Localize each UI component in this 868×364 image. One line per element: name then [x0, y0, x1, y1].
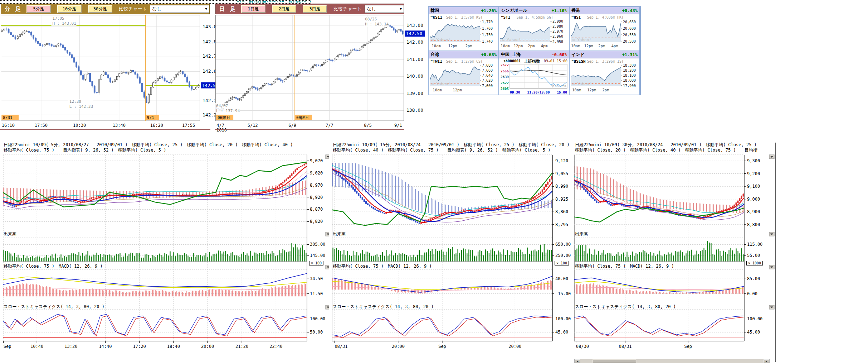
svg-text:4pm: 4pm [541, 44, 548, 48]
svg-text:2639: 2639 [501, 75, 509, 79]
svg-text:9,070: 9,070 [310, 158, 323, 163]
market-cell-india[interactable]: インド+1.31% ^BSESN Sep 1, 3:29pm IST © Yah… [569, 51, 640, 95]
window-edge [775, 143, 776, 362]
svg-text:15:00: 15:00 [557, 90, 567, 94]
svg-text:55.00: 55.00 [747, 253, 760, 258]
svg-text:10am: 10am [501, 44, 509, 48]
svg-text:141.00: 141.00 [406, 57, 423, 62]
minute-chart-plot[interactable]: 143.00142.87142.75142.62142.37142.258/31… [1, 14, 231, 134]
svg-text:10am: 10am [432, 44, 441, 48]
market-cell-korea[interactable]: 韓国+1.26% ^KS11 Sep 1, 2:57pm KST © Yahoo… [428, 7, 499, 51]
market-sparkline: © Yahoo!2,9902,9802,9702,9602,95010am12p… [500, 20, 568, 51]
svg-text:100.00: 100.00 [310, 316, 325, 321]
svg-text:2672: 2672 [501, 63, 509, 67]
panel-title-line2: 移動平均( Close, 20 ) 移動平均( Close, 40 ) 移動平均… [575, 147, 757, 153]
market-symbol: ^TWII [430, 59, 442, 64]
svg-text:8,900: 8,900 [747, 209, 760, 214]
svg-text:8,990: 8,990 [555, 184, 568, 189]
svg-text:145.00: 145.00 [310, 253, 325, 258]
svg-text:1,770: 1,770 [482, 20, 493, 24]
panel-chart-5min[interactable]: 9,0709,0208,9708,9208,8708,820305.00145.… [3, 154, 329, 355]
timeframe-button-1day[interactable]: 1日足 [241, 5, 265, 13]
market-symbol: ^BSESN [571, 59, 586, 64]
timeframe-button-10min[interactable]: 10分足 [57, 5, 82, 13]
market-change-percent: +1.10% [552, 8, 567, 13]
svg-text:© Yahoo!: © Yahoo! [572, 38, 591, 42]
timeframe-button-5min[interactable]: 5分足 [26, 5, 51, 13]
svg-text:H : 143.14: H : 143.14 [365, 22, 389, 27]
svg-text:20:00: 20:00 [201, 344, 214, 349]
svg-text:100.00: 100.00 [747, 316, 762, 321]
svg-text:2pm: 2pm [465, 44, 472, 48]
svg-text:17:05: 17:05 [53, 16, 64, 21]
market-cell-hongkong[interactable]: 香港+0.43% ^HSI Sep 1, 4:00pm HKT © Yahoo!… [569, 7, 640, 51]
svg-text:© Yahoo!: © Yahoo! [431, 82, 450, 86]
daily-chart-title: 日 足 [219, 6, 235, 13]
market-cell-singapore[interactable]: シンガポール+1.10% ^STI Sep 1, 4:59pm SGT © Ya… [499, 7, 569, 51]
compare-chart-select[interactable]: なし ▼ [365, 5, 404, 13]
svg-text:08/25: 08/25 [365, 17, 377, 21]
panel-chart-15min[interactable]: 9,1209,0558,9908,9258,8608,795650.00250.… [332, 154, 572, 355]
svg-text:115.00: 115.00 [747, 242, 762, 247]
market-timestamp: 09-01 15:00 [544, 59, 567, 63]
svg-text:06限月: 06限月 [218, 115, 230, 120]
market-cell-taiwan[interactable]: 台湾+0.68% ^TWII Sep 1, 1:27pm CST © Yahoo… [428, 51, 499, 95]
timeframe-button-2day[interactable]: 2日足 [272, 5, 296, 13]
scroll-right-arrow-icon[interactable]: ▶ [764, 359, 769, 363]
market-sparkline: © Yahoo!7,6807,6607,6407,6207,60010am12p… [430, 64, 498, 95]
market-change-percent: +1.31% [622, 52, 638, 57]
svg-text:12:30: 12:30 [69, 99, 81, 104]
market-symbol: ^KS11 [430, 15, 442, 20]
svg-text:34.50: 34.50 [310, 276, 323, 281]
market-name: インド [571, 52, 585, 58]
svg-text:4pm: 4pm [611, 44, 618, 48]
svg-text:8,920: 8,920 [310, 195, 323, 200]
market-change-percent: +1.26% [481, 8, 497, 13]
market-cell-shanghai[interactable]: 中国 上海-0.60% sh000001 上証指数 09-01 15:00 26… [499, 51, 569, 95]
svg-text:12pm: 12pm [448, 44, 457, 48]
svg-text:08/31: 08/31 [619, 344, 632, 349]
svg-text:© Yahoo!: © Yahoo! [572, 82, 591, 86]
world-markets-grid: 韓国+1.26% ^KS11 Sep 1, 2:57pm KST © Yahoo… [428, 6, 641, 95]
market-timestamp: Sep 1, 4:59pm SGT [517, 15, 553, 19]
svg-text:250.00: 250.00 [555, 253, 571, 258]
timeframe-button-30min[interactable]: 30分足 [88, 5, 112, 13]
compare-chart-value: なし [367, 6, 376, 12]
svg-text:Sep: Sep [438, 344, 446, 349]
svg-text:8,970: 8,970 [310, 183, 323, 188]
panel-chart-30min[interactable]: 9,3009,2009,1009,0008,9008,800115.0055.0… [574, 154, 776, 355]
svg-text:20:00: 20:00 [508, 344, 521, 349]
svg-text:7,620: 7,620 [482, 78, 493, 82]
svg-text:12pm: 12pm [514, 44, 523, 48]
scroll-left-arrow-icon[interactable]: ◀ [575, 359, 580, 363]
svg-text:50.00: 50.00 [310, 330, 323, 335]
market-name: 韓国 [430, 8, 439, 14]
svg-text:45.00: 45.00 [555, 330, 568, 335]
svg-text:13:20: 13:20 [64, 344, 77, 349]
market-timestamp: Sep 1, 3:29pm IST [587, 59, 624, 63]
svg-text:140.00: 140.00 [406, 73, 423, 79]
svg-text:2,990: 2,990 [552, 20, 563, 23]
market-sparkline: 26722656263926222605sina.com09:3011:30/1… [500, 63, 569, 96]
daily-chart-plot[interactable]: 143.00142.00141.00140.00139.00138.0006限月… [215, 14, 428, 134]
market-name: シンガポール [501, 8, 527, 14]
svg-text:2010: 2010 [216, 128, 227, 133]
compare-chart-label: 比較チャート [333, 6, 362, 12]
market-name: 台湾 [430, 52, 439, 58]
svg-text:10:30: 10:30 [73, 123, 86, 128]
svg-text:10am: 10am [572, 88, 581, 92]
svg-text:21:20: 21:20 [235, 344, 248, 349]
svg-text:10am: 10am [571, 44, 580, 48]
svg-text:© Yahoo!: © Yahoo! [431, 38, 450, 42]
svg-text:13:40: 13:40 [113, 123, 126, 128]
market-change-percent: +0.68% [481, 52, 497, 57]
horizontal-scrollbar[interactable]: ◀ ▶ [574, 359, 770, 363]
svg-text:0.00: 0.00 [747, 291, 757, 296]
scrollbar-thumb[interactable] [593, 359, 636, 363]
svg-text:04/07: 04/07 [216, 104, 228, 108]
compare-chart-select[interactable]: なし ▼ [150, 5, 209, 13]
svg-text:40.00: 40.00 [555, 276, 568, 281]
svg-text:9,200: 9,200 [747, 171, 760, 176]
svg-text:© Yahoo!: © Yahoo! [502, 38, 521, 42]
timeframe-button-3day[interactable]: 3日足 [303, 5, 327, 13]
